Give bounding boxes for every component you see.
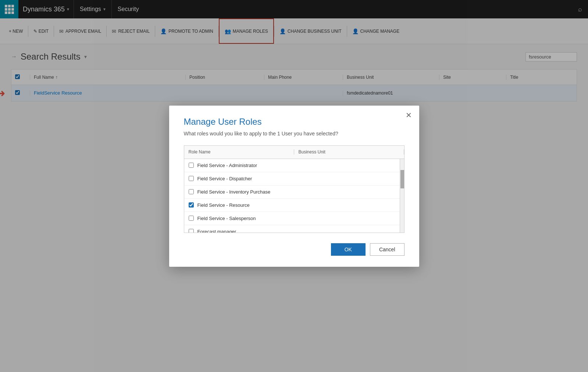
role-row-3: ➜ Field Service - Resource [184,199,404,212]
modal-overlay: ✕ Manage User Roles What roles would you… [0,0,588,372]
main-content: → Search Results ▾ Full Name ↑ Position … [0,44,588,372]
roles-table-header: Role Name Business Unit [184,146,404,159]
role-checkbox-1[interactable] [189,176,194,181]
modal-title: Manage User Roles [184,117,405,127]
roles-table: Role Name Business Unit Field Service - … [184,145,405,233]
modal-footer: OK Cancel [184,243,405,256]
role-name-1[interactable]: Field Service - Dispatcher [197,176,252,181]
role-checkbox-2[interactable] [189,189,194,194]
roles-col-name-label: Role Name [189,149,211,155]
role-row-5: Forecast manager [184,225,404,233]
modal-subtitle: What roles would you like to apply to th… [184,131,405,137]
ok-button[interactable]: OK [331,243,366,256]
cancel-button[interactable]: Cancel [370,243,405,256]
role-row-1: Field Service - Dispatcher [184,172,404,185]
role-name-0[interactable]: Field Service - Administrator [197,163,257,168]
manage-roles-modal: ✕ Manage User Roles What roles would you… [169,106,419,267]
role-name-5[interactable]: Forecast manager [197,229,236,233]
scrollbar-thumb [400,170,404,188]
role-row-0: Field Service - Administrator [184,159,404,172]
role-name-3[interactable]: Field Service - Resource [197,202,250,208]
role-row-2: Field Service - Inventory Purchase [184,185,404,199]
role-name-4[interactable]: Field Service - Salesperson [197,216,256,221]
roles-col-bunit-label: Business Unit [299,149,325,155]
modal-close-button[interactable]: ✕ [406,111,412,119]
role-row-4: Field Service - Salesperson [184,212,404,225]
roles-col-bunit: Business Unit [294,149,404,155]
scrollbar-track [400,159,404,233]
roles-list: Field Service - Administrator Field Serv… [184,159,404,233]
role-checkbox-5[interactable] [189,229,194,233]
role-checkbox-3[interactable] [189,202,194,208]
roles-col-name: Role Name [184,149,294,155]
role-checkbox-0[interactable] [189,163,194,168]
role-checkbox-4[interactable] [189,216,194,221]
role-name-2[interactable]: Field Service - Inventory Purchase [197,189,271,195]
